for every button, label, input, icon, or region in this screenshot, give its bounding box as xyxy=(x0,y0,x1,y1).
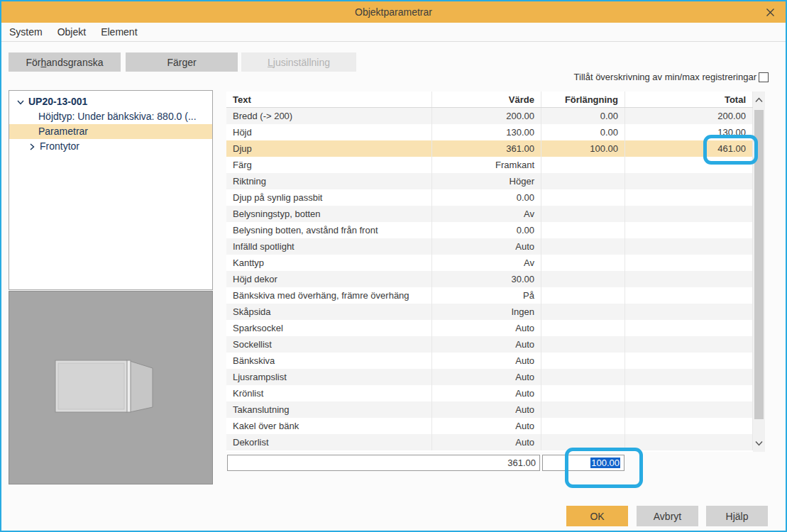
tree-item-parametrar[interactable]: Parametrar xyxy=(9,124,212,139)
cell-varde: Auto xyxy=(432,385,541,401)
cell-text: Färg xyxy=(226,157,432,173)
cell-total xyxy=(625,157,753,173)
cell-total xyxy=(625,320,753,336)
preview-3d-viewport[interactable] xyxy=(9,291,213,484)
cell-forlangning xyxy=(541,206,625,222)
table-row[interactable]: Sockellist Auto xyxy=(226,336,765,353)
menu-objekt[interactable]: Objekt xyxy=(57,26,86,38)
cell-text: Riktning xyxy=(226,173,432,189)
help-button[interactable]: Hjälp xyxy=(706,506,768,526)
cell-text: Takanslutning xyxy=(226,401,432,418)
title-bar[interactable]: Objektparametrar xyxy=(1,1,786,23)
table-row[interactable]: Skåpsida Ingen xyxy=(226,304,765,320)
object-tree: UP20-13-001 Höjdtyp: Under bänkskiva: 88… xyxy=(9,90,213,290)
value-edit-text: 361.00 xyxy=(507,458,536,468)
cell-text: Infälld spotlight xyxy=(226,238,432,255)
scrollbar-thumb[interactable] xyxy=(754,110,764,419)
table-row[interactable]: Riktning Höger xyxy=(226,173,765,189)
cell-varde: 130.00 xyxy=(432,124,541,140)
cell-total xyxy=(625,434,753,450)
extension-edit-selected-text: 100.00 xyxy=(590,458,620,468)
cell-text: Höjd xyxy=(226,124,432,140)
cell-forlangning xyxy=(541,271,625,287)
override-checkbox[interactable] xyxy=(759,72,769,82)
table-row[interactable]: Höjd dekor 30.00 xyxy=(226,271,765,287)
cell-text: Bredd (-> 200) xyxy=(226,108,432,124)
scroll-up-icon[interactable] xyxy=(753,93,765,107)
table-row[interactable]: Ljusrampslist Auto xyxy=(226,369,765,385)
table-row[interactable]: Belysning botten, avstånd från front 0.0… xyxy=(226,222,765,238)
label-part: För xyxy=(26,57,41,68)
table-row[interactable]: Bänkskiva Auto xyxy=(226,353,765,369)
cell-total xyxy=(625,353,753,369)
table-row[interactable]: Kakel över bänk Auto xyxy=(226,418,765,434)
ok-button[interactable]: OK xyxy=(566,506,628,526)
header-forlangning[interactable]: Förlängning xyxy=(541,92,625,107)
light-settings-button[interactable]: Ljusinställning xyxy=(241,52,356,72)
colors-button[interactable]: Färger xyxy=(126,52,238,72)
cell-total xyxy=(625,238,753,255)
cell-text: Belysningstyp, botten xyxy=(226,206,432,222)
cell-total xyxy=(625,173,753,189)
label-part: er xyxy=(187,57,196,68)
cell-varde: 0.00 xyxy=(432,222,541,238)
cell-text: Kakel över bänk xyxy=(226,418,432,434)
cabinet-3d-render xyxy=(9,292,212,484)
label-part: Fär xyxy=(167,57,182,68)
table-row[interactable]: Belysningstyp, botten Av xyxy=(226,206,765,222)
cell-varde: Höger xyxy=(432,173,541,189)
table-row[interactable]: Sparksockel Auto xyxy=(226,320,765,336)
table-row[interactable]: Takanslutning Auto xyxy=(226,401,765,418)
table-row[interactable]: Infälld spotlight Auto xyxy=(226,238,765,255)
menu-system[interactable]: System xyxy=(9,26,43,38)
header-text[interactable]: Text xyxy=(226,92,432,107)
tree-item-hojdtyp[interactable]: Höjdtyp: Under bänkskiva: 880.0 (... xyxy=(9,109,212,124)
chevron-down-icon[interactable] xyxy=(16,98,25,106)
header-total[interactable]: Total xyxy=(625,92,753,107)
cell-total xyxy=(625,287,753,304)
table-row[interactable]: Dekorlist Auto xyxy=(226,434,765,450)
cancel-button[interactable]: Avbryt xyxy=(637,506,698,526)
cell-varde: 200.00 xyxy=(432,108,541,124)
table-row[interactable]: Krönlist Auto xyxy=(226,385,765,401)
cell-varde: Av xyxy=(432,255,541,271)
table-row[interactable]: Djup på synlig passbit 0.00 xyxy=(226,189,765,206)
menu-element[interactable]: Element xyxy=(101,26,137,38)
window-title: Objektparametrar xyxy=(355,6,432,18)
close-icon[interactable] xyxy=(764,6,776,18)
cell-text: Djup xyxy=(226,140,432,157)
table-row[interactable]: Bänkskiva med överhäng, främre överhäng … xyxy=(226,287,765,304)
cell-forlangning xyxy=(541,287,625,304)
cell-varde: Auto xyxy=(432,238,541,255)
label-mnemonic: L xyxy=(268,57,273,68)
preview-button[interactable]: Förhandsgranska xyxy=(9,52,121,72)
value-edit-field[interactable]: 361.00 xyxy=(227,455,540,471)
cell-varde: 0.00 xyxy=(432,189,541,206)
cell-text: Sockellist xyxy=(226,336,432,353)
chevron-right-icon[interactable] xyxy=(28,143,36,151)
tree-item-root[interactable]: UP20-13-001 xyxy=(9,94,212,109)
header-varde[interactable]: Värde xyxy=(432,92,541,107)
cell-text: Skåpsida xyxy=(226,304,432,320)
cell-varde: Framkant xyxy=(432,157,541,173)
cell-forlangning xyxy=(541,385,625,401)
table-body: Bredd (-> 200) 200.00 0.00 200.00 Höjd 1… xyxy=(226,108,765,450)
extension-edit-field[interactable]: 100.00 xyxy=(542,455,624,471)
table-row[interactable]: Bredd (-> 200) 200.00 0.00 200.00 xyxy=(226,108,765,124)
cell-text: Sparksockel xyxy=(226,320,432,336)
tree-item-frontytor[interactable]: Frontytor xyxy=(9,139,212,154)
cell-total xyxy=(625,255,753,271)
cell-varde: 30.00 xyxy=(432,271,541,287)
cell-varde: Auto xyxy=(432,418,541,434)
table-row[interactable]: Färg Framkant xyxy=(226,157,765,173)
tree-item-label: Frontytor xyxy=(40,139,79,154)
table-row[interactable]: Kanttyp Av xyxy=(226,255,765,271)
cell-varde: Auto xyxy=(432,336,541,353)
scroll-down-icon[interactable] xyxy=(753,436,765,450)
vertical-scrollbar[interactable] xyxy=(753,92,765,452)
cell-text: Ljusrampslist xyxy=(226,369,432,385)
table-row[interactable]: Höjd 130.00 0.00 130.00 xyxy=(226,124,765,140)
cell-varde: Ingen xyxy=(432,304,541,320)
table-row[interactable]: Djup 361.00 100.00 461.00 xyxy=(226,140,765,157)
cell-forlangning: 0.00 xyxy=(541,124,625,140)
